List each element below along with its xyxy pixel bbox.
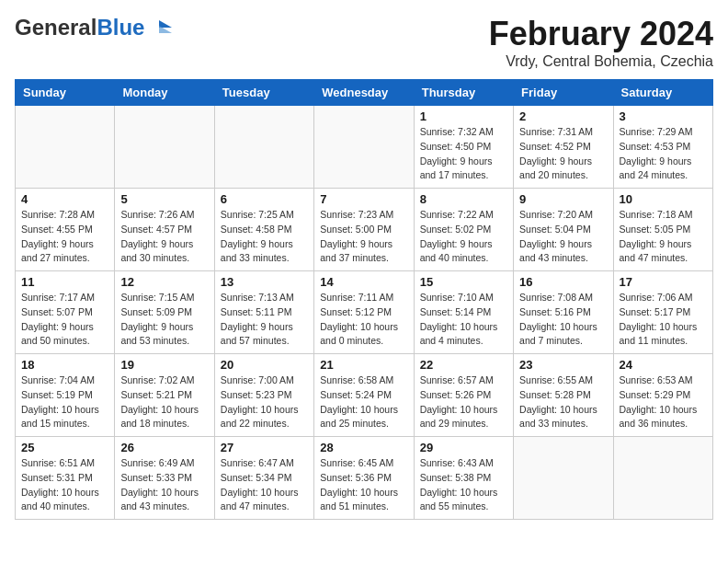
calendar-cell-1-0: 4Sunrise: 7:28 AMSunset: 4:55 PMDaylight…	[16, 189, 115, 271]
day-info: Sunrise: 7:04 AMSunset: 5:19 PMDaylight:…	[21, 373, 108, 431]
logo-bird-icon	[146, 18, 172, 37]
day-info: Sunrise: 7:29 AMSunset: 4:53 PMDaylight:…	[620, 125, 707, 183]
day-info: Sunrise: 7:02 AMSunset: 5:21 PMDaylight:…	[120, 373, 208, 431]
col-wednesday: Wednesday	[314, 80, 414, 106]
calendar-cell-3-1: 19Sunrise: 7:02 AMSunset: 5:21 PMDayligh…	[115, 354, 214, 437]
calendar-cell-0-2	[214, 106, 313, 189]
day-number: 22	[420, 358, 507, 372]
calendar-cell-4-6	[613, 437, 712, 520]
day-number: 21	[320, 358, 407, 372]
day-number: 27	[221, 441, 308, 454]
day-info: Sunrise: 7:26 AMSunset: 4:57 PMDaylight:…	[120, 208, 208, 266]
calendar-cell-0-0	[16, 106, 115, 189]
day-info: Sunrise: 6:49 AMSunset: 5:33 PMDaylight:…	[120, 456, 208, 514]
calendar-cell-2-4: 15Sunrise: 7:10 AMSunset: 5:14 PMDayligh…	[414, 271, 513, 354]
day-info: Sunrise: 7:17 AMSunset: 5:07 PMDaylight:…	[21, 291, 108, 349]
day-info: Sunrise: 7:06 AMSunset: 5:17 PMDaylight:…	[620, 291, 707, 349]
calendar-cell-0-3	[314, 106, 414, 189]
day-number: 8	[420, 192, 507, 206]
calendar-cell-0-1	[115, 106, 214, 189]
day-info: Sunrise: 7:10 AMSunset: 5:14 PMDaylight:…	[420, 291, 507, 349]
day-info: Sunrise: 6:45 AMSunset: 5:36 PMDaylight:…	[320, 456, 407, 514]
calendar-cell-4-4: 29Sunrise: 6:43 AMSunset: 5:38 PMDayligh…	[414, 437, 513, 520]
day-number: 28	[320, 441, 407, 454]
col-monday: Monday	[115, 80, 214, 106]
calendar-cell-0-6: 3Sunrise: 7:29 AMSunset: 4:53 PMDaylight…	[613, 106, 712, 189]
calendar-cell-4-1: 26Sunrise: 6:49 AMSunset: 5:33 PMDayligh…	[115, 437, 214, 520]
day-number: 12	[120, 275, 208, 289]
calendar-cell-3-3: 21Sunrise: 6:58 AMSunset: 5:24 PMDayligh…	[314, 354, 414, 437]
calendar-cell-3-0: 18Sunrise: 7:04 AMSunset: 5:19 PMDayligh…	[16, 354, 115, 437]
day-info: Sunrise: 7:11 AMSunset: 5:12 PMDaylight:…	[320, 291, 407, 349]
day-number: 6	[221, 192, 308, 206]
calendar-cell-1-1: 5Sunrise: 7:26 AMSunset: 4:57 PMDaylight…	[115, 189, 214, 271]
day-number: 29	[420, 441, 507, 454]
calendar-cell-1-4: 8Sunrise: 7:22 AMSunset: 5:02 PMDaylight…	[414, 189, 513, 271]
calendar-cell-1-2: 6Sunrise: 7:25 AMSunset: 4:58 PMDaylight…	[214, 189, 313, 271]
logo: GeneralBlue	[15, 15, 172, 40]
calendar-cell-1-3: 7Sunrise: 7:23 AMSunset: 5:00 PMDaylight…	[314, 189, 414, 271]
calendar-cell-1-5: 9Sunrise: 7:20 AMSunset: 5:04 PMDaylight…	[514, 189, 613, 271]
day-number: 5	[120, 192, 208, 206]
day-number: 7	[320, 192, 407, 206]
day-info: Sunrise: 7:23 AMSunset: 5:00 PMDaylight:…	[320, 208, 407, 266]
calendar-cell-2-3: 14Sunrise: 7:11 AMSunset: 5:12 PMDayligh…	[314, 271, 414, 354]
day-number: 17	[620, 275, 707, 289]
day-info: Sunrise: 6:58 AMSunset: 5:24 PMDaylight:…	[320, 373, 407, 431]
calendar-table: Sunday Monday Tuesday Wednesday Thursday…	[15, 79, 713, 520]
day-number: 23	[519, 358, 607, 372]
day-number: 26	[120, 441, 208, 454]
day-number: 25	[21, 441, 108, 454]
day-info: Sunrise: 6:51 AMSunset: 5:31 PMDaylight:…	[21, 456, 108, 514]
calendar-cell-0-4: 1Sunrise: 7:32 AMSunset: 4:50 PMDaylight…	[414, 106, 513, 189]
day-info: Sunrise: 7:15 AMSunset: 5:09 PMDaylight:…	[120, 291, 208, 349]
day-info: Sunrise: 7:20 AMSunset: 5:04 PMDaylight:…	[519, 208, 607, 266]
day-number: 20	[221, 358, 308, 372]
day-info: Sunrise: 7:08 AMSunset: 5:16 PMDaylight:…	[519, 291, 607, 349]
day-number: 14	[320, 275, 407, 289]
day-number: 2	[519, 109, 607, 123]
col-friday: Friday	[514, 80, 613, 106]
day-number: 9	[519, 192, 607, 206]
calendar-cell-2-6: 17Sunrise: 7:06 AMSunset: 5:17 PMDayligh…	[613, 271, 712, 354]
calendar-cell-1-6: 10Sunrise: 7:18 AMSunset: 5:05 PMDayligh…	[613, 189, 712, 271]
day-info: Sunrise: 7:13 AMSunset: 5:11 PMDaylight:…	[221, 291, 308, 349]
calendar-cell-2-1: 12Sunrise: 7:15 AMSunset: 5:09 PMDayligh…	[115, 271, 214, 354]
day-number: 19	[120, 358, 208, 372]
col-thursday: Thursday	[414, 80, 513, 106]
day-number: 10	[620, 192, 707, 206]
week-row-2: 4Sunrise: 7:28 AMSunset: 4:55 PMDaylight…	[16, 189, 713, 271]
calendar-cell-0-5: 2Sunrise: 7:31 AMSunset: 4:52 PMDaylight…	[514, 106, 613, 189]
day-info: Sunrise: 6:55 AMSunset: 5:28 PMDaylight:…	[519, 373, 607, 431]
calendar-cell-3-2: 20Sunrise: 7:00 AMSunset: 5:23 PMDayligh…	[214, 354, 313, 437]
calendar-cell-4-5	[514, 437, 613, 520]
day-info: Sunrise: 7:18 AMSunset: 5:05 PMDaylight:…	[620, 208, 707, 266]
location-subtitle: Vrdy, Central Bohemia, Czechia	[489, 53, 713, 70]
calendar-cell-2-2: 13Sunrise: 7:13 AMSunset: 5:11 PMDayligh…	[214, 271, 313, 354]
week-row-5: 25Sunrise: 6:51 AMSunset: 5:31 PMDayligh…	[16, 437, 713, 520]
calendar-cell-4-2: 27Sunrise: 6:47 AMSunset: 5:34 PMDayligh…	[214, 437, 313, 520]
day-info: Sunrise: 6:43 AMSunset: 5:38 PMDaylight:…	[420, 456, 507, 514]
calendar-cell-3-5: 23Sunrise: 6:55 AMSunset: 5:28 PMDayligh…	[514, 354, 613, 437]
day-info: Sunrise: 7:32 AMSunset: 4:50 PMDaylight:…	[420, 125, 507, 183]
title-section: February 2024 Vrdy, Central Bohemia, Cze…	[489, 15, 713, 70]
col-tuesday: Tuesday	[214, 80, 313, 106]
day-number: 18	[21, 358, 108, 372]
calendar-cell-2-5: 16Sunrise: 7:08 AMSunset: 5:16 PMDayligh…	[514, 271, 613, 354]
calendar-cell-4-0: 25Sunrise: 6:51 AMSunset: 5:31 PMDayligh…	[16, 437, 115, 520]
day-info: Sunrise: 6:53 AMSunset: 5:29 PMDaylight:…	[620, 373, 707, 431]
day-number: 13	[221, 275, 308, 289]
day-number: 16	[519, 275, 607, 289]
day-info: Sunrise: 6:47 AMSunset: 5:34 PMDaylight:…	[221, 456, 308, 514]
month-year-title: February 2024	[489, 15, 713, 53]
day-info: Sunrise: 7:28 AMSunset: 4:55 PMDaylight:…	[21, 208, 108, 266]
day-number: 15	[420, 275, 507, 289]
calendar-cell-3-6: 24Sunrise: 6:53 AMSunset: 5:29 PMDayligh…	[613, 354, 712, 437]
page-header: GeneralBlue February 2024 Vrdy, Central …	[15, 15, 713, 70]
day-info: Sunrise: 7:25 AMSunset: 4:58 PMDaylight:…	[221, 208, 308, 266]
svg-marker-0	[159, 20, 172, 28]
day-info: Sunrise: 7:31 AMSunset: 4:52 PMDaylight:…	[519, 125, 607, 183]
calendar-header-row: Sunday Monday Tuesday Wednesday Thursday…	[16, 80, 713, 106]
day-info: Sunrise: 7:22 AMSunset: 5:02 PMDaylight:…	[420, 208, 507, 266]
day-number: 24	[620, 358, 707, 372]
